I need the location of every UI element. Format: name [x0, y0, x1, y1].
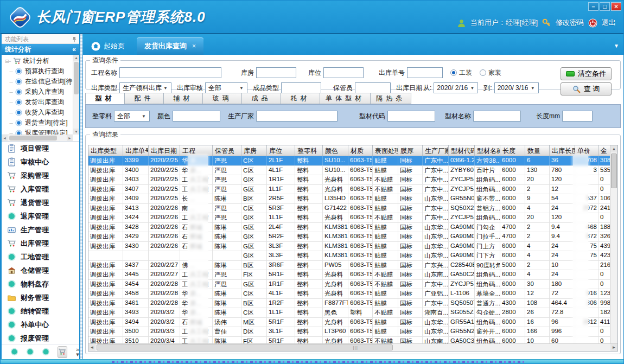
column-header-生产厂家[interactable]: 生产厂家	[423, 145, 449, 156]
column-header-表面处理[interactable]: 表面处理	[373, 145, 398, 156]
column-header-库位[interactable]: 库位	[267, 145, 295, 156]
tree-item[interactable]: ---预算执行查询	[5, 66, 73, 76]
column-header-出库类型[interactable]: 出库类型	[88, 145, 123, 156]
column-header-出库长度[interactable]: 出库长度	[550, 145, 575, 156]
sidebar-item-出库管理[interactable]: 出库管理	[2, 237, 79, 250]
sidebar-item-生产管理[interactable]: 生产管理	[2, 223, 79, 237]
scroll-up-icon[interactable]: ▲	[610, 145, 617, 152]
logout-link[interactable]: 退出	[602, 18, 616, 28]
table-row[interactable]: 调拨出库34942020/3/2石 辉城汤伟M区5R1F整料光身料6063-T5…	[88, 318, 612, 328]
keeper-input[interactable]	[355, 82, 391, 93]
sidebar-item-物料盘存[interactable]: 物料盘存	[2, 277, 79, 291]
more-panels-button[interactable]: »▾	[76, 347, 79, 357]
table-row[interactable]: 调拨出库34132020/2/26南 ...严思C区5R3F整料G7142260…	[88, 204, 612, 214]
scroll-down-icon[interactable]: ▼	[73, 129, 79, 135]
out-audit-select[interactable]: 全部▼	[205, 82, 247, 93]
table-row[interactable]: 调拨出库34032020/2/25工 共工程严思G区1R1F整料光身料6063-…	[88, 175, 612, 185]
sidebar-item-仓储管理[interactable]: 仓储管理	[2, 264, 79, 277]
table-row[interactable]: 调拨出库34002020/2/25华 原...严思C区4L1F整料SU10...…	[88, 166, 612, 176]
column-header-保管员[interactable]: 保管员	[213, 145, 241, 156]
table-vertical-scrollbar[interactable]: ▲ ▼	[610, 145, 617, 352]
table-row[interactable]: 调拨出库35002020/3/3工 共工程曹佳D区3L1F整料LT3P60606…	[88, 327, 612, 337]
scroll-right-icon[interactable]: ►	[610, 344, 617, 351]
cart-button[interactable]	[58, 346, 67, 358]
collapse-icon[interactable]: «	[72, 46, 76, 53]
sidebar-item-结转管理[interactable]: 结转管理	[2, 304, 79, 318]
column-header-工程[interactable]: 工程	[180, 145, 213, 156]
close-button[interactable]: ✕	[611, 2, 621, 11]
table-row[interactable]: 调拨出库34072020/2/25工 共工程严思G区1L1F整料光身料6063-…	[88, 185, 612, 195]
column-header-数量[interactable]: 数量	[525, 145, 550, 156]
table-row[interactable]: 调拨出库34282020/2/26石 辉城陈琳G区2L4F整料KLM381760…	[88, 223, 612, 233]
maximize-button[interactable]: □	[600, 2, 610, 11]
table-row[interactable]: 调拨出库34542020/2/28工 共工程严思G区1R1F整料光身料6063-…	[88, 280, 612, 290]
sidebar-item-补单中心[interactable]: 补单中心	[2, 318, 79, 331]
material-tab-玻璃[interactable]: 玻璃	[202, 93, 241, 104]
material-tab-配件[interactable]: 配件	[124, 93, 163, 104]
manufacturer-input[interactable]	[256, 111, 338, 122]
scroll-thumb[interactable]	[9, 136, 57, 141]
column-header-颜色[interactable]: 颜色	[323, 145, 348, 156]
out-type-select[interactable]: 生产领料出库▼	[119, 82, 171, 93]
tree-item[interactable]: ---发货出库查询	[5, 97, 73, 107]
column-header-出库单号[interactable]: 出库单号	[123, 145, 149, 156]
sidebar-item-财务管理[interactable]: 财务管理	[2, 291, 79, 304]
sidebar-item-入库管理[interactable]: 入库管理	[2, 182, 79, 196]
tree-root-statistics[interactable]: ⊟--统计分析	[5, 56, 73, 66]
minimize-button[interactable]: －	[588, 2, 598, 11]
column-header-库房[interactable]: 库房	[241, 145, 267, 156]
sidebar-item-审核中心[interactable]: 审核中心	[2, 155, 79, 169]
whole-piece-select[interactable]: 全部▼	[114, 111, 150, 122]
table-row[interactable]: 调拨出库34302020/2/26石 辉城陈琳G区3L3F整料KLM381760…	[88, 242, 612, 252]
scroll-thumb[interactable]	[74, 62, 79, 94]
column-header-型材名称[interactable]: 型材名称	[475, 145, 500, 156]
column-header-膜厚[interactable]: 膜厚	[398, 145, 423, 156]
material-tab-辅材[interactable]: 辅材	[163, 93, 202, 104]
material-tab-成品[interactable]: 成品	[241, 93, 281, 104]
project-name-input[interactable]	[119, 67, 221, 78]
tree-item[interactable]: ---退货查询[待定]	[5, 118, 73, 128]
material-tab-型材[interactable]: 型材	[85, 93, 124, 104]
table-row[interactable]: 调拨出库34292020/2/26石 辉城陈琳G区5R2F整料KLM381760…	[88, 232, 612, 242]
tab-home[interactable]: 起始页	[84, 37, 132, 55]
order-no-input[interactable]	[407, 67, 443, 78]
table-horizontal-scrollbar[interactable]: ◄ ||| ►	[88, 343, 617, 351]
pin-icon[interactable]	[72, 36, 77, 43]
change-password-link[interactable]: 修改密码	[556, 18, 584, 28]
circle-icon[interactable]	[26, 348, 34, 356]
tab-shipment-outbound-query[interactable]: 发货出库查询 ×	[137, 37, 203, 55]
material-tab-隔热条[interactable]: 隔热条	[370, 93, 411, 104]
tree-vertical-scrollbar[interactable]: ▲ ▼	[73, 55, 79, 135]
sidebar-item-报废管理[interactable]: 报废管理	[2, 331, 79, 344]
tab-overflow-icon[interactable]: ▼	[614, 43, 619, 49]
warehouse-input[interactable]	[256, 67, 296, 78]
scroll-thumb[interactable]	[611, 154, 617, 188]
circle-icon[interactable]	[10, 348, 18, 356]
date-to-picker[interactable]: 2020/ 3/16▼	[494, 82, 539, 93]
tree-item[interactable]: ---退库管理[待定]	[5, 128, 73, 135]
clear-conditions-button[interactable]: 清空条件	[561, 67, 612, 80]
tab-close-icon[interactable]: ×	[192, 42, 196, 50]
radio-gongzhuang[interactable]: 工装	[450, 68, 472, 78]
tree-item[interactable]: ---在途信息查询[待	[5, 76, 73, 87]
tree-item[interactable]: ---收货入库查询	[5, 107, 73, 118]
column-header-材质[interactable]: 材质	[348, 145, 373, 156]
sidebar-item-退库管理[interactable]: 退库管理	[2, 209, 79, 223]
table-row[interactable]: 调拨出库34242020/2/26工 共工程严思G区1L1F整料光身料6063-…	[88, 213, 612, 223]
circle-icon[interactable]	[42, 348, 50, 356]
tree-horizontal-scrollbar[interactable]: ◄ ►	[2, 135, 73, 141]
column-header-型材代码[interactable]: 型材代码	[449, 145, 475, 156]
table-row[interactable]: 调拨出库34452020/2/27工 共工程严思F区5R1F整料光身料6063-…	[88, 270, 612, 280]
sidebar-item-退货管理[interactable]: 退货管理	[2, 196, 79, 209]
sidebar-item-项目管理[interactable]: 项目管理	[2, 142, 79, 155]
column-header-单价[interactable]: 单价	[575, 145, 598, 156]
radio-jiazhuang[interactable]: 家装	[480, 68, 501, 78]
sidebar-item-工地管理[interactable]: 工地管理	[2, 250, 79, 264]
scroll-right-icon[interactable]: ►	[67, 135, 73, 141]
date-from-picker[interactable]: 2020/ 2/16▼	[434, 82, 478, 93]
material-tab-单体型材[interactable]: 单体型材	[320, 93, 370, 104]
scroll-left-icon[interactable]: ◄	[2, 135, 8, 141]
table-row[interactable]: 调拨出库34932020/3/2华 原...陈琳C区1L1F整料黑色塑料不贴膜国…	[88, 308, 612, 318]
location-input[interactable]	[323, 67, 364, 78]
product-type-input[interactable]	[281, 82, 321, 93]
